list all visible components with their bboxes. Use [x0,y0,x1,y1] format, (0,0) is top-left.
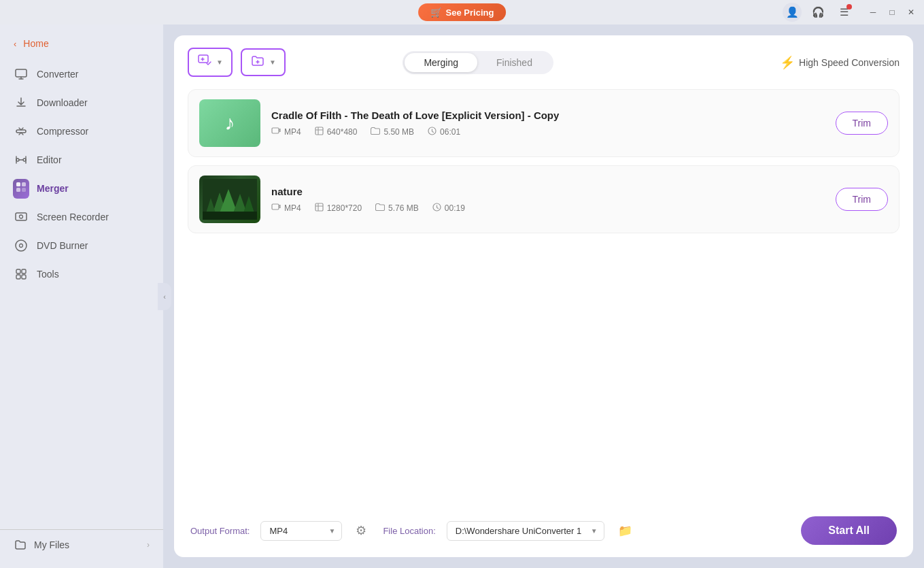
notification-dot [846,4,852,10]
sidebar-item-converter[interactable]: Converter [0,60,163,88]
add-file-button[interactable]: ▼ [188,48,233,77]
svg-rect-14 [16,275,20,279]
see-pricing-button[interactable]: 🛒 See Pricing [418,3,507,21]
trim-button-1[interactable]: Trim [836,112,888,135]
svg-rect-15 [22,275,26,279]
content-panel: ▼ ▼ Merging Finished ⚡ [174,35,913,557]
content-area: ▼ ▼ Merging Finished ⚡ [163,24,924,568]
sidebar: ‹ Home Converter Downloader [0,24,163,568]
my-files-label: My Files [34,539,69,550]
file-duration-1: 06:01 [428,127,460,137]
screen-recorder-label: Screen Recorder [37,212,109,222]
maximize-button[interactable]: □ [885,5,900,20]
cart-icon: 🛒 [430,7,442,18]
output-settings-button[interactable]: ⚙ [356,523,366,538]
headset-icon[interactable]: 🎧 [808,3,827,22]
nature-video-thumb [203,179,257,220]
file-resolution-2: 1280*720 [315,203,362,214]
home-label: Home [23,38,48,49]
duration-value-1: 06:01 [440,127,460,137]
editor-icon [14,152,29,167]
resolution-value-1: 640*480 [327,127,358,137]
file-thumbnail-music: ♪ [199,99,260,147]
compressor-icon [14,124,29,139]
start-all-button[interactable]: Start All [801,516,897,545]
file-info-2: nature MP4 [271,186,825,214]
file-thumbnail-video [199,176,260,223]
titlebar-icons: 👤 🎧 ☰ ─ □ ✕ [783,3,919,22]
high-speed-label: High Speed Conversion [799,57,900,68]
file-info-1: Cradle Of Filth - The Death of Love [Exp… [271,110,825,137]
svg-rect-13 [22,269,26,273]
user-icon[interactable]: 👤 [783,3,802,22]
table-row: nature MP4 [188,165,900,233]
minimize-button[interactable]: ─ [866,5,880,20]
sidebar-item-merger[interactable]: Merger [0,174,163,203]
file-resolution-1: 640*480 [315,127,358,137]
toolbar: ▼ ▼ Merging Finished ⚡ [188,48,900,77]
svg-rect-6 [16,188,20,192]
window-controls: ─ □ ✕ [866,5,919,20]
svg-rect-8 [16,213,27,220]
sidebar-item-tools[interactable]: Tools [0,260,163,288]
compressor-label: Compressor [37,126,88,137]
collapse-sidebar-handle[interactable]: ‹ [158,283,171,310]
file-location-select[interactable]: D:\Wondershare UniConverter 1 [447,521,604,541]
svg-rect-27 [272,204,279,210]
size-value-2: 5.76 MB [388,203,419,213]
format-value-1: MP4 [284,127,301,137]
titlebar: 🛒 See Pricing 👤 🎧 ☰ ─ □ ✕ [0,0,924,24]
file-location-select-wrapper: D:\Wondershare UniConverter 1 ▼ [447,521,604,541]
add-folder-icon [250,54,265,71]
tools-label: Tools [37,269,59,280]
sidebar-home[interactable]: ‹ Home [0,33,163,60]
output-format-select-wrapper: MP4 MOV AVI MKV WMV FLV ▼ [260,521,342,541]
sidebar-item-screen-recorder[interactable]: Screen Recorder [0,203,163,231]
file-meta-1: MP4 640*480 [271,127,825,137]
home-arrow-icon: ‹ [14,39,16,49]
merger-label: Merger [37,183,69,194]
downloader-label: Downloader [37,97,88,108]
svg-point-9 [20,215,23,218]
file-name-1: Cradle Of Filth - The Death of Love [Exp… [271,110,825,121]
size-value-1: 5.50 MB [383,127,414,137]
video-thumb-inner [199,176,260,223]
svg-rect-28 [315,203,323,211]
file-list: ♪ Cradle Of Filth - The Death of Love [E… [188,89,900,505]
merger-icon [14,181,29,196]
folder-icon-1 [371,127,380,137]
file-format-2: MP4 [271,203,301,213]
folder-icon-2 [375,203,385,213]
file-format-1: MP4 [271,127,301,137]
tab-finished[interactable]: Finished [477,53,551,72]
sidebar-item-dvd-burner[interactable]: DVD Burner [0,231,163,260]
add-folder-button[interactable]: ▼ [241,48,286,76]
high-speed-conversion[interactable]: ⚡ High Speed Conversion [780,55,900,70]
duration-value-2: 00:19 [445,203,465,213]
output-format-select[interactable]: MP4 MOV AVI MKV WMV FLV [260,521,342,541]
main-layout: ‹ Home Converter Downloader [0,24,924,568]
file-meta-2: MP4 1280*720 [271,203,825,214]
editor-label: Editor [37,154,62,165]
dvd-burner-label: DVD Burner [37,240,88,251]
browse-folder-button[interactable]: 📁 [618,524,632,538]
tools-icon [14,267,29,282]
sidebar-my-files[interactable]: My Files › [0,529,163,560]
tab-toggle: Merging Finished [403,51,553,74]
svg-point-11 [20,244,23,248]
svg-rect-0 [16,69,27,77]
file-location-label: File Location: [383,526,435,536]
tab-merging[interactable]: Merging [405,53,477,72]
sidebar-item-editor[interactable]: Editor [0,146,163,174]
menu-icon[interactable]: ☰ [834,3,853,22]
pricing-label: See Pricing [446,7,494,18]
file-size-1: 5.50 MB [371,127,414,137]
sidebar-item-compressor[interactable]: Compressor [0,117,163,146]
sidebar-item-downloader[interactable]: Downloader [0,88,163,117]
add-file-icon [197,53,212,71]
close-button[interactable]: ✕ [904,5,919,20]
trim-button-2[interactable]: Trim [836,188,888,211]
dvd-burner-icon [14,238,29,253]
resolution-icon-1 [315,127,324,137]
svg-rect-7 [22,188,26,192]
